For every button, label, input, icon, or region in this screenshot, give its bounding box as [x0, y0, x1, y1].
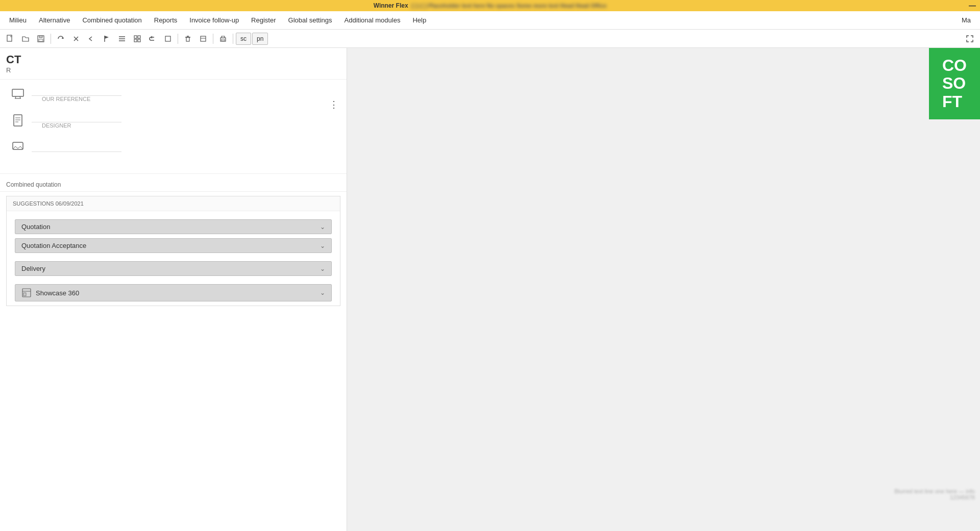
- combined-label: Combined quotation: [0, 178, 347, 192]
- svg-rect-17: [201, 36, 206, 41]
- svg-rect-32: [23, 293, 26, 296]
- flag-icon: [103, 35, 111, 43]
- menu-help[interactable]: Help: [407, 13, 431, 27]
- menu-additional-modules[interactable]: Additional modules: [339, 13, 406, 27]
- form-row-designer: DESIGNER: [10, 111, 336, 130]
- svg-rect-12: [138, 36, 140, 38]
- svg-marker-7: [105, 36, 109, 39]
- svg-rect-15: [165, 36, 170, 41]
- toolbar-btn-12[interactable]: [181, 32, 195, 46]
- dropdown-quotation-acceptance[interactable]: Quotation Acceptance ⌄: [15, 238, 332, 253]
- toolbar-print[interactable]: [216, 32, 230, 46]
- toolbar-sep-4: [233, 34, 233, 44]
- blurred-line-2: 12345678: [894, 494, 975, 500]
- new-icon: [6, 35, 14, 43]
- menu-ma[interactable]: Ma: [957, 13, 976, 27]
- chevron-down-icon: ⌄: [320, 223, 325, 231]
- menu-combined-quotation[interactable]: Combined quotation: [77, 13, 146, 27]
- toolbar-sc[interactable]: sc: [236, 33, 251, 45]
- toolbar-save[interactable]: [34, 32, 48, 46]
- logo-text: COSOFT: [942, 57, 967, 111]
- r-label: R: [6, 66, 340, 74]
- grid-icon: [133, 35, 141, 43]
- toolbar-btn-11[interactable]: [161, 32, 175, 46]
- undo-icon: [149, 35, 157, 43]
- chevron-down-icon-3: ⌄: [320, 265, 325, 272]
- form-area: OUR REFERENCE DESIGNER: [0, 80, 347, 169]
- toolbar-pn[interactable]: pn: [252, 33, 268, 45]
- toolbar-sep-2: [178, 34, 178, 44]
- dropdown-quotation-acceptance-label: Quotation Acceptance: [21, 242, 86, 249]
- svg-rect-11: [134, 36, 137, 38]
- toolbar-btn-13[interactable]: [196, 32, 210, 46]
- toolbar-btn-5[interactable]: [69, 32, 83, 46]
- document-icon: [10, 113, 26, 128]
- blurred-info: Blurred text line one here — info 123456…: [894, 488, 975, 500]
- showcase-item-content: Showcase 360: [21, 288, 79, 298]
- toolbar-btn-6[interactable]: [84, 32, 99, 46]
- svg-rect-25: [14, 115, 22, 126]
- menu-reports[interactable]: Reports: [149, 13, 183, 27]
- settings-icon: [199, 35, 207, 43]
- box-icon: [164, 35, 172, 43]
- save-icon: [37, 35, 45, 43]
- svg-rect-2: [39, 36, 42, 38]
- toolbar-btn-10[interactable]: [145, 32, 160, 46]
- designer-input[interactable]: [32, 112, 121, 122]
- expand-icon: [966, 35, 974, 43]
- form-row-reference: OUR REFERENCE: [10, 85, 336, 103]
- menu-register[interactable]: Register: [246, 13, 281, 27]
- menu-global-settings[interactable]: Global settings: [283, 13, 337, 27]
- dropdown-delivery[interactable]: Delivery ⌄: [15, 261, 332, 276]
- ct-label: CT: [6, 53, 340, 66]
- menu-milieu[interactable]: Milieu: [4, 13, 32, 27]
- toolbar-btn-9[interactable]: [130, 32, 144, 46]
- toolbar-new[interactable]: [3, 32, 17, 46]
- showcase-icon: [21, 288, 32, 298]
- title-text: Winner Flex: [374, 2, 408, 9]
- svg-rect-13: [134, 39, 137, 42]
- our-reference-input[interactable]: [32, 86, 121, 96]
- form-row-message: [10, 138, 336, 156]
- dropdown-delivery-label: Delivery: [21, 265, 45, 272]
- designer-label: DESIGNER: [42, 122, 336, 129]
- message-input[interactable]: [32, 142, 121, 152]
- right-panel: COSOFT Blurred text line one here — info…: [347, 48, 980, 531]
- refresh-icon: [57, 35, 65, 43]
- dropdown-quotation-label: Quotation: [21, 223, 50, 231]
- dropdown-showcase[interactable]: Showcase 360 ⌄: [15, 284, 332, 301]
- monitor-icon: [10, 86, 26, 102]
- toolbar-btn-4[interactable]: [54, 32, 68, 46]
- suggestions-header: SUGGESTIONS 06/09/2021: [7, 196, 340, 211]
- svg-rect-21: [12, 89, 23, 96]
- dropdown-showcase-label: Showcase 360: [36, 289, 79, 297]
- menu-alternative[interactable]: Alternative: [34, 13, 75, 27]
- svg-rect-3: [39, 39, 43, 41]
- main-content: CT R ⋮ OUR REFERENCE: [0, 48, 980, 531]
- suggestions-panel: SUGGESTIONS 06/09/2021 Quotation ⌄ Quota…: [6, 196, 340, 306]
- close-button[interactable]: —: [969, 2, 976, 10]
- message-icon: [10, 139, 26, 155]
- toolbar-sep-1: [51, 34, 51, 44]
- title-bar: Winner Flex [ ] | [ ] Placeholder text h…: [0, 0, 980, 11]
- dropdown-quotation[interactable]: Quotation ⌄: [15, 219, 332, 234]
- svg-rect-16: [186, 37, 189, 41]
- scissors-icon: [72, 35, 80, 43]
- suggestions-content: Quotation ⌄ Quotation Acceptance ⌄ Deliv…: [7, 211, 340, 306]
- left-panel: CT R ⋮ OUR REFERENCE: [0, 48, 347, 531]
- chevron-down-icon-2: ⌄: [320, 242, 325, 249]
- toolbar-btn-7[interactable]: [100, 32, 114, 46]
- toolbar-btn-8[interactable]: [115, 32, 129, 46]
- toolbar-expand[interactable]: [963, 32, 977, 46]
- toolbar-open[interactable]: [18, 32, 33, 46]
- our-reference-label: OUR REFERENCE: [42, 96, 336, 102]
- open-icon: [21, 35, 30, 43]
- three-dot-menu[interactable]: ⋮: [329, 99, 338, 110]
- menu-bar: Milieu Alternative Combined quotation Re…: [0, 11, 980, 30]
- svg-rect-20: [222, 39, 225, 41]
- menu-invoice-follow-up[interactable]: Invoice follow-up: [184, 13, 244, 27]
- header-area: CT R: [0, 48, 347, 80]
- title-extra: [ ] | [ ] Placeholder text here No space…: [411, 3, 606, 9]
- back-icon: [87, 35, 95, 43]
- blurred-line-1: Blurred text line one here — info: [894, 488, 975, 494]
